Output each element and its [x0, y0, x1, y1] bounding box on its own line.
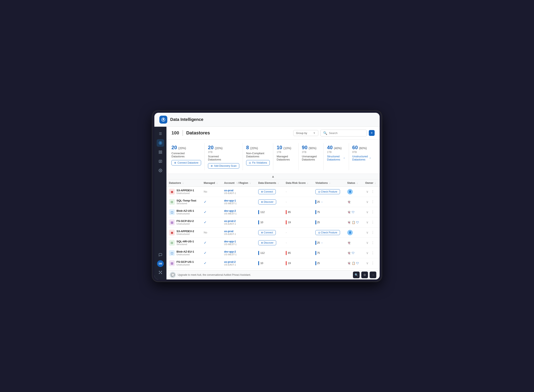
connect-button[interactable]: ⊕ Connect [258, 230, 276, 235]
data-bar [258, 251, 259, 255]
stat-unmanaged: 90 (90%) 3TB UnmanagedDatastores [298, 143, 324, 170]
sidebar-avatar[interactable]: DB [157, 260, 164, 267]
sidebar-item-data-intelligence[interactable] [157, 139, 164, 147]
svg-line-20 [159, 271, 161, 272]
expand-button[interactable]: ∨ [365, 240, 369, 245]
cell-managed-0: No [201, 187, 222, 197]
bottom-bar: 💬 Upgrade to meet Auti, the conversation… [166, 270, 380, 280]
risk-bar [286, 251, 287, 255]
more-button[interactable]: ⋮ [370, 240, 375, 245]
cell-datastore-7: ▤ FS-GCP-US-1 Unstructured [166, 258, 201, 268]
top-header: Data Intelligence [154, 113, 380, 127]
cell-datastore-4: ▣ S3-APPDEV-2 Unstructured [166, 227, 201, 238]
discover-button[interactable]: ⊕ Discover [258, 240, 276, 245]
bottom-actions: 🔍 ⚙ → [353, 271, 376, 278]
more-button[interactable]: ⋮ [370, 251, 375, 255]
cell-status-2: 👻🛡 [345, 207, 363, 217]
datastore-type: Unstructured [176, 253, 194, 256]
violations-count: 25 [317, 262, 320, 265]
more-button[interactable]: ⋮ [370, 230, 375, 235]
cell-data-elements-5: ⊕ Discover [256, 238, 283, 248]
sidebar-item-dashboard[interactable] [157, 148, 164, 156]
add-discovery-button[interactable]: ⊕ Add Discovery Scan [208, 163, 239, 169]
datastore-icon: ▣ [169, 230, 175, 235]
region-name: US-EAST-1 [224, 263, 253, 266]
expand-button[interactable]: ∨ [365, 189, 369, 194]
unstructured-link[interactable]: Unstructured Datastores → [352, 155, 371, 161]
svg-line-21 [161, 272, 161, 273]
app-logo [159, 116, 167, 124]
datastore-icon: ⊟ [169, 199, 175, 205]
expand-button[interactable]: ∨ [365, 261, 369, 266]
sidebar-item-integrations[interactable] [157, 269, 164, 276]
expand-button[interactable]: ∨ [365, 199, 369, 204]
shield-icon: 🛡 [356, 261, 359, 265]
svg-rect-8 [161, 152, 162, 153]
sidebar-item-settings[interactable] [157, 167, 164, 174]
collapse-bar[interactable]: ▲ [166, 174, 380, 179]
stat-managed: 10 (10%) 1TB ManagedDatastores [273, 143, 298, 170]
table-row: ⊟ SQL-Temp-Test Structured ✓ dev-app-1 U… [166, 197, 380, 207]
group-by-dropdown[interactable]: Group by ▼ [293, 130, 318, 136]
cell-managed-2: ✓ [201, 207, 222, 217]
svg-point-13 [160, 170, 161, 171]
datastore-name: FS-GCP-US-1 [176, 260, 194, 263]
account-name: dev-app-2 [224, 210, 253, 212]
structured-link[interactable]: Structured Datastores → [327, 155, 345, 161]
expand-button[interactable]: ∨ [365, 251, 369, 255]
cell-violations-4: ◎ Check Posture [313, 227, 345, 238]
sidebar-item-menu[interactable]: ☰ [157, 130, 164, 138]
connect-datastore-button[interactable]: ⊕ Connect Datastore [171, 160, 201, 165]
risk-value: 85 [288, 252, 291, 254]
add-button[interactable]: + [369, 130, 375, 136]
more-button[interactable]: ⋮ [370, 220, 375, 225]
check-posture-button[interactable]: ◎ Check Posture [315, 189, 340, 194]
account-name: us-prod [224, 189, 253, 192]
bottom-filter-button[interactable]: ⚙ [361, 271, 368, 278]
fix-label: Fix Violations [252, 161, 267, 164]
more-button[interactable]: ⋮ [370, 210, 375, 215]
ghost-icon: 👻 [347, 251, 351, 255]
discover-button[interactable]: ⊕ Discover [258, 199, 276, 205]
expand-button[interactable]: ∨ [365, 220, 369, 225]
risk-bar [286, 210, 287, 214]
cell-data-elements-1: ⊕ Discover [256, 197, 283, 207]
more-button[interactable]: ⋮ [370, 199, 375, 204]
cell-datastore-6: ◫ Blob-AZ-EU-1 Unstructured [166, 248, 201, 258]
datastore-icon: ▣ [169, 189, 175, 195]
cell-risk-2: 85 [283, 207, 313, 217]
stat-scanned: 20 (20%) 3TB ScannedDatastores ⊕ Add Dis… [205, 143, 243, 170]
col-data-elements: Data Elements ↓ [256, 179, 283, 187]
cell-owner-2: ∨ ⋮ [363, 207, 380, 217]
account-name: dev-app-1 [224, 240, 253, 243]
cell-data-elements-0: ⊕ Connect [256, 187, 283, 197]
datastore-name: Blob-AZ-EU-1 [176, 250, 194, 253]
expand-button[interactable]: ∨ [365, 210, 369, 215]
bottom-search-button[interactable]: 🔍 [353, 271, 360, 278]
search-input[interactable] [329, 131, 364, 135]
cell-managed-5: ✓ [201, 238, 222, 248]
cell-risk-5: - [283, 238, 313, 248]
expand-button[interactable]: ∨ [365, 230, 369, 235]
upgrade-text: Upgrade to meet Auti, the conversational… [178, 273, 251, 276]
cell-risk-4: - [283, 227, 313, 238]
stat-managed-sub: 1TB [277, 151, 295, 154]
connect-button[interactable]: ⊕ Connect [258, 189, 276, 194]
datastore-type: Unstructured [176, 263, 194, 266]
sidebar-item-compliance[interactable] [157, 158, 164, 165]
check-posture-button[interactable]: ◎ Check Posture [315, 230, 340, 235]
cell-status-7: 👻📋🛡 [345, 258, 363, 268]
bottom-navigate-button[interactable]: → [370, 271, 376, 278]
managed-checkmark: ✓ [204, 241, 207, 244]
cell-datastore-5: ⊟ SQL-HR-US-1 Structured [166, 238, 201, 248]
table-row: ▣ S3-APPDEV-2 Unstructured No us-prod US… [166, 227, 380, 238]
cell-account-2: dev-app-2 US-WEST-1 [222, 207, 256, 217]
chat-bubble-icon: 💬 [170, 272, 176, 278]
shield-icon: 🛡 [352, 210, 354, 214]
more-button[interactable]: ⋮ [370, 189, 375, 194]
stat-connected-number: 20 [171, 145, 177, 150]
table-row: ◫ Blob-AZ-US-1 Unstructured ✓ dev-app-2 … [166, 207, 380, 217]
fix-violations-button[interactable]: ◎ Fix Violations [246, 160, 270, 165]
more-button[interactable]: ⋮ [370, 261, 375, 266]
sidebar-item-chat[interactable] [157, 251, 164, 259]
